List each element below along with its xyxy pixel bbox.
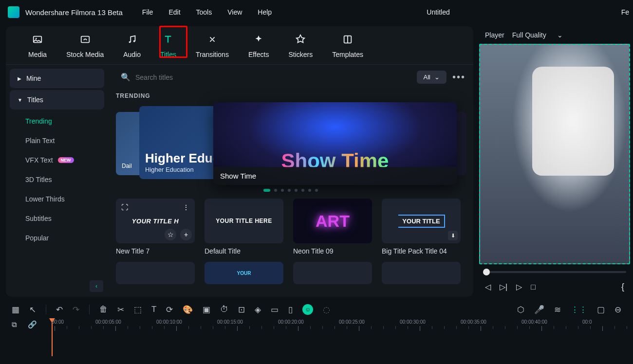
menu-file[interactable]: File [142,8,153,16]
color-icon[interactable]: 🎨 [183,305,193,315]
title-card-neon-title-09[interactable]: ART Neon Title 09 [293,199,372,255]
more-vertical-icon[interactable]: ⋮ [180,201,192,213]
sidebar-item-titles[interactable]: ▼ Titles [10,90,104,109]
tab-audio[interactable]: Audio [120,30,144,64]
title-card-row2-3[interactable] [293,262,372,284]
tab-stock-media[interactable]: Stock Media [63,30,107,64]
tab-effects[interactable]: Effects [245,30,272,64]
more-options-button[interactable]: ••• [452,72,465,83]
menu-edit[interactable]: Edit [168,8,180,16]
redo-icon[interactable]: ↷ [73,305,79,315]
sidebar-item-subtitles[interactable]: Subtitles [10,209,104,228]
tab-templates[interactable]: Templates [329,30,366,64]
sidebar-item-popular[interactable]: Popular [10,228,104,248]
preview-scrubber[interactable] [483,271,626,273]
template-icon [342,34,353,48]
dots-ring-icon[interactable]: ◌ [323,305,330,315]
link-icon[interactable]: 🔗 [28,320,37,329]
speed-icon[interactable]: ⟳ [166,305,173,315]
play-button[interactable]: ▷ [516,282,522,291]
tab-stickers[interactable]: Stickers [285,30,316,64]
sidebar-item-lower-thirds[interactable]: Lower Thirds [10,189,104,209]
sidebar-item-plain-text[interactable]: Plain Text [10,131,104,150]
titles-browser: 🔍 All ⌄ ••• TRENDING Dail Higher E [108,65,473,297]
titles-grid: YOUR TITLE H ⛶ ⋮ ☆ + [116,199,465,255]
carousel-dot[interactable] [315,189,318,192]
delete-icon[interactable]: 🗑 [99,305,108,314]
crop-icon[interactable]: ⬚ [134,305,142,315]
cut-icon[interactable]: ✂ [117,305,124,315]
audio-mix-icon[interactable]: ≋ [554,305,561,315]
text-tool-icon[interactable]: T [151,305,156,314]
favorite-icon[interactable]: ☆ [165,229,176,240]
cursor-icon[interactable]: ↖ [29,305,36,315]
timeline-ruler[interactable]: 00:00 00:00:05:00 00:00:10:00 00:00:15:0… [52,318,633,332]
carousel-dot[interactable] [274,189,277,192]
menu-view[interactable]: View [227,8,242,16]
scrubber-handle[interactable] [483,269,490,275]
search-icon: 🔍 [121,73,130,82]
sparkle-icon [253,34,264,48]
brace-icon[interactable]: { [621,282,624,292]
video-preview[interactable] [479,44,630,264]
diamond-icon[interactable]: ◈ [255,305,261,315]
sidebar-item-vfx-text[interactable]: VFX TextNEW [10,150,104,170]
carousel-dot[interactable] [288,189,291,192]
expand-icon[interactable]: ⛶ [119,201,130,213]
search-input[interactable] [135,73,406,81]
focus-icon[interactable]: ⊡ [238,305,245,315]
title-card-row2-4[interactable] [382,262,461,284]
carousel-dots [116,189,465,192]
timer-icon[interactable]: ⏱ [220,305,228,314]
carousel-dot[interactable] [295,189,298,192]
title-card-row2-1[interactable] [116,262,195,284]
title-card-big-title-pack[interactable]: YOUR TITLE⬇ Big Title Pack Title 04 [382,199,461,255]
copy-icon[interactable]: ⧉ [12,320,17,329]
layers-icon[interactable]: ▣ [203,305,210,315]
carousel-dot[interactable] [301,189,304,192]
sidebar-item-mine[interactable]: ▶ Mine [10,69,104,88]
svg-point-3 [129,41,131,43]
carousel-dot[interactable] [281,189,284,192]
tab-label: Media [28,51,47,58]
sidebar-label: Mine [26,74,41,82]
quality-dropdown[interactable]: Full Quality ⌄ [512,31,563,39]
chevron-down-icon: ⌄ [434,73,440,81]
prev-button[interactable]: ◁ [485,282,491,291]
title-card-row2-2[interactable]: YOUR [205,262,283,284]
carousel-dot[interactable] [308,189,311,192]
title-card-new-title-7[interactable]: YOUR TITLE H ⛶ ⋮ ☆ + [116,199,195,255]
step-forward-button[interactable]: ▷| [500,282,507,291]
download-icon[interactable]: ⬇ [448,231,458,240]
tab-label: Templates [332,51,363,58]
document-title: Untitled [427,8,449,16]
tab-transitions[interactable]: Transitions [193,30,232,64]
undo-icon[interactable]: ↶ [56,305,63,315]
menu-tools[interactable]: Tools [196,8,212,16]
carousel-card-show-time[interactable]: Show Time Show Time [213,102,457,185]
mic-icon[interactable]: 🎤 [534,305,544,315]
right-label[interactable]: Fe [621,8,629,16]
collapse-sidebar-button[interactable]: ‹ [90,280,103,292]
title-card-default-title[interactable]: YOUR TITLE HERE Default Title [205,199,283,255]
zoom-out-icon[interactable]: ⊖ [614,305,621,315]
sidebar-item-3d-titles[interactable]: 3D Titles [10,170,104,189]
highlight-titles-tab [159,26,187,58]
device-icon[interactable]: ▯ [288,305,293,315]
media-icon [32,34,43,48]
marker-icon[interactable]: ⬡ [517,305,524,315]
ai-face-icon[interactable]: ☺ [302,304,313,315]
sidebar-item-trending[interactable]: Trending [10,111,104,131]
stop-button[interactable]: □ [531,283,536,291]
snapshot-icon[interactable]: ▢ [597,305,605,315]
carousel-dot[interactable] [263,189,270,192]
subtitle-icon[interactable]: ▭ [271,305,279,315]
add-icon[interactable]: + [180,229,192,240]
search-box[interactable]: 🔍 [116,70,411,85]
tab-media[interactable]: Media [25,30,50,64]
menu-help[interactable]: Help [258,8,272,16]
tab-label: Effects [248,51,269,58]
filter-dropdown[interactable]: All ⌄ [417,71,447,84]
grid-icon[interactable]: ▦ [12,305,19,315]
split-icon[interactable]: ⋮⋮ [571,305,587,315]
